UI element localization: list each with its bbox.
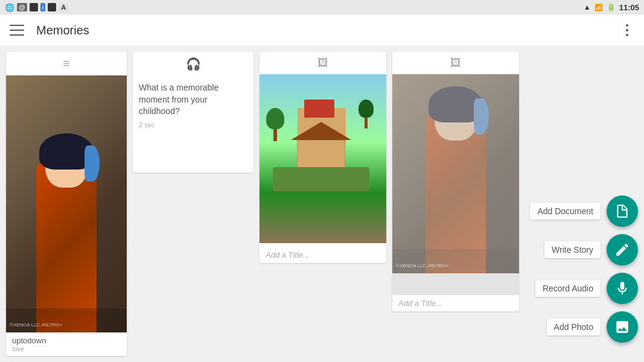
record-audio-button[interactable] (607, 273, 638, 304)
card-2-question: What is a memorable moment from your chi… (139, 82, 247, 118)
card-1-footer: uptodown love (6, 332, 127, 356)
add-document-button[interactable] (607, 195, 638, 227)
top-bar: Memories (0, 14, 644, 46)
status-bar: 🌐 @ i A ▲ 📶 🔋 11:05 (0, 0, 644, 14)
add-document-label: Add Document (530, 203, 601, 220)
text-format-icon: ≡ (63, 57, 70, 71)
card-3-image (260, 74, 386, 247)
fab-item-add-photo: Add Photo (547, 311, 638, 343)
medium-box-icon (48, 3, 56, 11)
card-3-add-title[interactable]: Add a Title... (260, 247, 386, 263)
memory-card-1[interactable]: ≡ ©XENOA LLC./RETRO+ (6, 52, 127, 356)
app-title: Memories (36, 24, 620, 37)
card-1-subtitle: love (12, 345, 121, 352)
signal-icon: 📶 (595, 4, 603, 11)
letter-icon: A (59, 3, 68, 11)
menu-button[interactable] (10, 25, 24, 36)
fab-item-record-audio: Record Audio (535, 273, 638, 304)
watermark-1: ©XENOA LLC./RETRO+ (10, 322, 62, 328)
microphone-icon (614, 281, 630, 296)
card-1-title: uptodown (12, 336, 121, 345)
fab-container: Add Document Write Story Record Audio (517, 46, 638, 362)
memory-card-2[interactable]: 🎧 What is a memorable moment from your c… (133, 52, 253, 173)
battery-icon: 🔋 (607, 3, 616, 11)
card-4-icon-bar: 🖼 (392, 52, 519, 74)
more-options-button[interactable] (620, 23, 634, 37)
headphone-icon: 🎧 (186, 57, 201, 71)
globe-icon: 🌐 (5, 3, 14, 12)
fab-item-add-document: Add Document (530, 195, 638, 227)
photo-icon (614, 319, 630, 335)
card-2-text: What is a memorable moment from your chi… (133, 76, 253, 173)
card-1-image: ©XENOA LLC./RETRO+ (6, 75, 127, 332)
card-1-icon-bar: ≡ (6, 52, 127, 75)
game-background (260, 74, 386, 243)
status-right-icons: ▲ 📶 🔋 11:05 (584, 3, 639, 12)
write-story-button[interactable] (607, 234, 638, 265)
watermark-2: ©XENOA LLC./RETRO+ (396, 263, 448, 268)
card-4-image: ©XENOA LLC./RETRO+ (392, 74, 519, 295)
main-content: ≡ ©XENOA LLC./RETRO+ (0, 46, 644, 362)
wifi-icon: ▲ (584, 3, 591, 11)
document-icon (614, 203, 630, 219)
at-icon: @ (17, 3, 27, 11)
card-4-add-title[interactable]: Add a Title... (392, 295, 519, 311)
time-display: 11:05 (619, 3, 639, 12)
info-icon: i (40, 3, 45, 11)
card-2-time: 2 sec (139, 121, 247, 129)
anime-background-1: ©XENOA LLC./RETRO+ (6, 75, 127, 332)
add-photo-button[interactable] (607, 311, 638, 343)
write-story-label: Write Story (544, 241, 601, 258)
card-2-icon-bar: 🎧 (133, 52, 253, 76)
record-audio-label: Record Audio (535, 280, 601, 297)
card-4-overlay (392, 74, 519, 295)
add-photo-label: Add Photo (547, 319, 601, 335)
image-icon-3: 🖼 (317, 57, 328, 69)
story-icon (614, 242, 630, 258)
fab-item-write-story: Write Story (544, 234, 638, 265)
small-box-icon (30, 3, 38, 11)
status-left-icons: 🌐 @ i A (5, 3, 68, 12)
memory-card-4[interactable]: 🖼 ©XENOA LLC./RETRO+ Add a Title... (392, 52, 519, 311)
image-icon-4: 🖼 (450, 57, 461, 69)
memory-card-3[interactable]: 🖼 (260, 52, 386, 263)
card-3-icon-bar: 🖼 (260, 52, 386, 74)
